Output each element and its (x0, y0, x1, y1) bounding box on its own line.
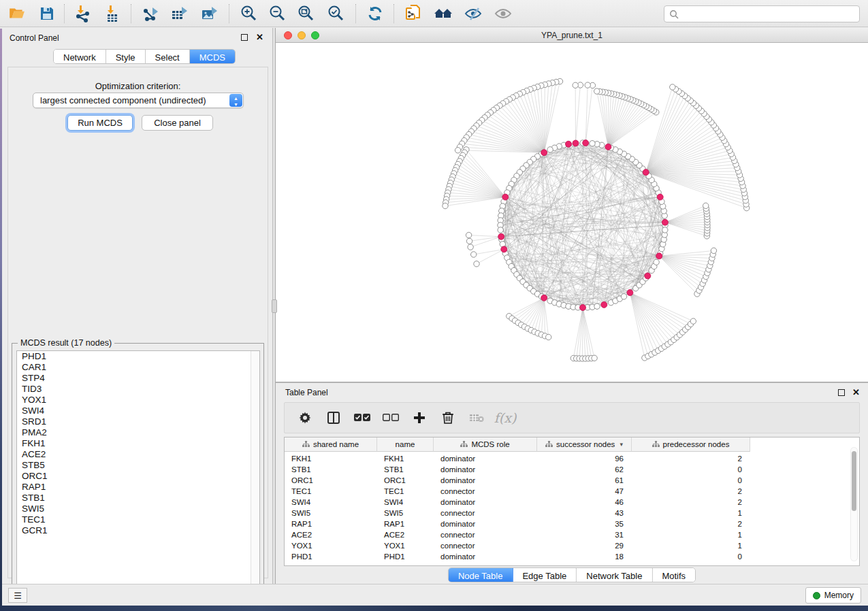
network-canvas[interactable] (276, 43, 867, 382)
close-panel-icon[interactable]: ✕ (256, 32, 263, 42)
network-graph[interactable] (276, 43, 867, 382)
mcds-node[interactable] (627, 290, 633, 296)
cell-shared_name[interactable]: PHD1 (285, 551, 377, 562)
criterion-dropdown[interactable]: largest connected component (undirected)… (33, 93, 244, 108)
cell-name[interactable]: SWI4 (377, 497, 434, 508)
import-network-icon[interactable] (71, 3, 94, 24)
memory-button[interactable]: Memory (805, 587, 861, 604)
table-row[interactable]: ORC1ORC1dominator610 (285, 475, 750, 486)
cell-shared_name[interactable]: TEC1 (285, 486, 377, 497)
table-row[interactable]: RAP1RAP1dominator352 (285, 518, 750, 529)
tab-mcds[interactable]: MCDS (190, 50, 235, 63)
export-image-icon[interactable] (197, 3, 221, 24)
mcds-result-item[interactable]: ORC1 (17, 471, 259, 482)
cell-mcds_role[interactable]: dominator (434, 518, 537, 529)
mcds-node[interactable] (498, 233, 504, 240)
cell-name[interactable]: FKH1 (377, 453, 434, 464)
add-column-icon[interactable] (411, 410, 428, 426)
cell-predecessor_nodes[interactable]: 1 (632, 508, 750, 518)
clone-network-icon[interactable] (402, 3, 425, 24)
tab-edge-table[interactable]: Edge Table (513, 568, 577, 582)
cell-shared_name[interactable]: SWI5 (285, 508, 377, 518)
settings-gear-icon[interactable] (297, 410, 313, 426)
cell-successor_nodes[interactable]: 46 (537, 497, 632, 508)
mcds-node[interactable] (502, 194, 509, 200)
mcds-result-item[interactable]: FKH1 (17, 438, 259, 449)
show-columns-icon[interactable] (325, 410, 342, 426)
mcds-result-item[interactable]: SWI4 (17, 406, 259, 416)
cell-mcds_role[interactable]: connector (434, 486, 537, 497)
cell-successor_nodes[interactable]: 61 (537, 475, 632, 486)
cell-name[interactable]: SWI5 (377, 508, 434, 518)
cell-mcds_role[interactable]: dominator (434, 551, 537, 562)
mcds-node[interactable] (541, 150, 547, 156)
cell-successor_nodes[interactable]: 35 (537, 518, 632, 529)
mcds-node[interactable] (662, 219, 668, 225)
column-header-MCDS-role[interactable]: MCDS role (434, 437, 537, 452)
cell-successor_nodes[interactable]: 43 (537, 508, 632, 518)
cell-successor_nodes[interactable]: 62 (537, 464, 632, 475)
mcds-result-item[interactable]: STP4 (17, 373, 259, 384)
cell-shared_name[interactable]: YOX1 (285, 540, 377, 551)
float-panel-icon[interactable] (838, 389, 845, 396)
cell-predecessor_nodes[interactable]: 2 (632, 486, 750, 497)
tab-network-table[interactable]: Network Table (577, 568, 652, 582)
mcds-result-list[interactable]: PHD1CAR1STP4TID3YOX1SWI4SRD1PMA2FKH1ACE2… (16, 350, 260, 591)
cell-predecessor_nodes[interactable]: 1 (632, 529, 750, 540)
cell-name[interactable]: TEC1 (377, 486, 434, 497)
column-header-predecessor-nodes[interactable]: predecessor nodes (632, 437, 750, 452)
cell-name[interactable]: RAP1 (377, 518, 434, 529)
cell-mcds_role[interactable]: dominator (434, 475, 537, 486)
cell-mcds_role[interactable]: connector (434, 529, 537, 540)
delete-column-icon[interactable] (440, 410, 456, 426)
mcds-node[interactable] (573, 140, 579, 146)
refresh-icon[interactable] (364, 3, 387, 24)
cell-successor_nodes[interactable]: 18 (537, 551, 632, 562)
mcds-node[interactable] (583, 140, 589, 146)
table-row[interactable]: YOX1YOX1connector291 (285, 540, 750, 551)
open-file-icon[interactable] (5, 3, 29, 24)
mcds-node[interactable] (656, 253, 662, 259)
mcds-result-item[interactable]: CAR1 (17, 362, 259, 373)
cell-name[interactable]: ACE2 (377, 529, 434, 540)
cell-mcds_role[interactable]: dominator (434, 497, 537, 508)
cell-successor_nodes[interactable]: 96 (537, 453, 632, 464)
cell-predecessor_nodes[interactable]: 2 (632, 453, 750, 464)
network-nodes[interactable] (443, 78, 750, 361)
mcds-result-item[interactable]: TEC1 (17, 514, 259, 525)
cell-shared_name[interactable]: STB1 (285, 464, 377, 475)
mcds-result-item[interactable]: YOX1 (17, 395, 259, 406)
import-table-icon[interactable] (101, 3, 124, 24)
table-scrollbar[interactable] (850, 447, 858, 561)
cell-name[interactable]: STB1 (377, 464, 434, 475)
select-all-icon[interactable] (354, 410, 370, 426)
mcds-node[interactable] (605, 144, 611, 150)
splitter-grip[interactable] (272, 299, 277, 313)
cell-shared_name[interactable]: ACE2 (285, 529, 377, 540)
first-neighbors-icon[interactable] (432, 3, 455, 24)
mcds-result-item[interactable]: STB1 (17, 493, 259, 503)
column-header-successor-nodes[interactable]: successor nodes▾ (537, 437, 632, 452)
mcds-node[interactable] (643, 169, 649, 176)
table-row[interactable]: SWI4SWI4dominator462 (285, 497, 750, 508)
cell-predecessor_nodes[interactable]: 2 (632, 518, 750, 529)
mcds-node[interactable] (657, 194, 663, 200)
deselect-all-icon[interactable] (383, 410, 399, 426)
close-panel-icon[interactable]: ✕ (852, 387, 860, 397)
cell-predecessor_nodes[interactable]: 0 (632, 464, 750, 475)
cell-mcds_role[interactable]: connector (434, 540, 537, 551)
mcds-result-item[interactable]: SWI5 (17, 503, 259, 514)
cell-predecessor_nodes[interactable]: 0 (632, 475, 750, 486)
zoom-in-icon[interactable] (237, 3, 260, 24)
hide-selected-icon[interactable] (462, 3, 485, 24)
cell-mcds_role[interactable]: dominator (434, 453, 537, 464)
export-table-icon[interactable] (167, 3, 191, 24)
mcds-result-item[interactable]: GCR1 (17, 525, 259, 536)
zoom-selected-icon[interactable] (324, 3, 347, 24)
column-header-shared-name[interactable]: shared name (285, 437, 377, 452)
mcds-node[interactable] (501, 246, 507, 252)
tab-style[interactable]: Style (106, 50, 146, 63)
cell-name[interactable]: ORC1 (377, 475, 434, 486)
mcds-node[interactable] (601, 301, 607, 308)
mcds-result-item[interactable]: ACE2 (17, 449, 259, 460)
